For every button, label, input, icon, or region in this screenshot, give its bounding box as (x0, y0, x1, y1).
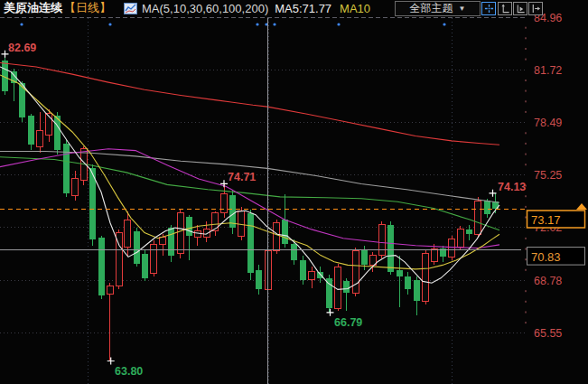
svg-text:82.69: 82.69 (8, 42, 36, 54)
crosshair-tool-button[interactable] (481, 2, 496, 15)
svg-text:68.78: 68.78 (534, 275, 562, 287)
symbol-title: 美原油连续 (4, 0, 62, 16)
candlestick-chart[interactable]: 82.6974.7174.1363.8066.7984.9681.7278.49… (0, 0, 588, 384)
chart-header: 美原油连续 【日线】 MA(5,10,30,60,100,200) MA5:71… (4, 0, 370, 16)
ma10-label: MA10 (340, 2, 370, 15)
trading-app-window: 82.6974.7174.1363.8066.7984.9681.7278.49… (0, 0, 588, 384)
svg-text:63.80: 63.80 (115, 365, 143, 378)
ma-settings-label: MA(5,10,30,60,100,200) (142, 2, 268, 15)
svg-text:75.25: 75.25 (534, 169, 562, 182)
svg-text:81.72: 81.72 (534, 64, 562, 77)
period-tag: 【日线】 (64, 0, 111, 16)
svg-text:74.71: 74.71 (228, 171, 256, 183)
line-chart-icon[interactable] (124, 3, 137, 14)
bar-right-arrow-icon (531, 4, 541, 14)
scale-y-axis-button[interactable] (498, 2, 512, 15)
svg-text:74.13: 74.13 (498, 181, 526, 193)
shift-right-button[interactable] (528, 2, 543, 15)
scale-x-axis-button[interactable] (513, 2, 527, 15)
svg-text:65.55: 65.55 (534, 327, 562, 340)
svg-text:66.79: 66.79 (334, 316, 362, 329)
svg-text:70.83: 70.83 (531, 250, 561, 264)
theme-dropdown[interactable]: 全部主题 ▼ (395, 1, 481, 16)
svg-text:73.17: 73.17 (531, 213, 561, 227)
svg-text:78.49: 78.49 (534, 117, 562, 129)
axis-play-arrow-icon (516, 4, 526, 14)
ma5-value-label: MA5:71.77 (275, 2, 331, 15)
axis-up-arrow-icon (500, 4, 510, 14)
crosshair-icon (484, 4, 494, 14)
theme-dropdown-label: 全部主题 (410, 1, 453, 16)
chevron-down-icon: ▼ (459, 5, 466, 13)
